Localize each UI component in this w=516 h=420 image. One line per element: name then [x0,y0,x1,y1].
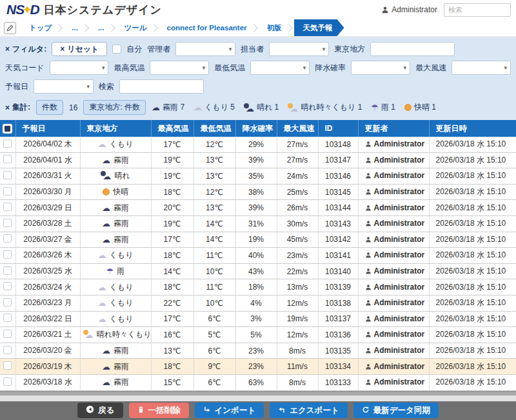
breadcrumb: トップ......ツールconnect for Pleasanter初版 天気予… [0,19,516,37]
table-row[interactable]: 2026/03/18 水☁霧雨15℃6℃63%8m/s103133Adminis… [0,374,516,390]
row-checkbox[interactable] [3,234,12,243]
self-checkbox[interactable] [112,45,121,54]
trash-button[interactable]: 一括削除 [129,403,189,418]
column-header-最高気温[interactable]: 最高気温 [151,121,194,137]
breadcrumb-item[interactable]: トップ [20,19,58,36]
table-row[interactable]: 2026/03/30 月快晴18℃12℃38%25m/s103145Admini… [0,184,516,200]
row-checkbox[interactable] [3,250,12,259]
column-header-最大風速[interactable]: 最大風速 [277,121,318,137]
row-checkbox[interactable] [3,203,12,211]
breadcrumb-active-item[interactable]: 天気予報 [294,19,344,36]
current-user[interactable]: Administrator [381,5,437,14]
filter-field-label: 最大風速 [415,63,446,74]
summary-item[interactable]: ☂雨 1 [371,102,395,113]
table-row[interactable]: 2026/03/29 日☁霧雨20℃13℃39%26m/s103144Admin… [0,200,516,216]
summary-item[interactable]: ☁晴れ 1 [244,102,279,113]
count-chip[interactable]: 件数 [36,100,63,115]
cell-weather: ☁くもり [80,137,151,153]
filter-input-東京地方[interactable] [370,42,455,56]
column-header-東京地方[interactable]: 東京地方 [80,121,151,137]
cell-max-wind: 8m/s [277,374,318,390]
table-row[interactable]: 2026/03/24 火☁くもり18℃11℃18%13m/s103139Admi… [0,279,516,295]
filter-select-予報日[interactable]: ▾ [34,79,94,94]
table-row[interactable]: 2026/03/23 月☁くもり22℃10℃4%12m/s103138Admin… [0,295,516,311]
row-checkbox[interactable] [3,330,12,338]
summary-item[interactable]: ☁霧雨 7 [152,102,184,113]
sun-behind-cloud-icon: ☁ [288,103,298,112]
row-checkbox[interactable] [3,139,12,148]
cell-rain-prob: 23% [235,343,277,359]
table-row[interactable]: 2026/03/25 水☂雨14℃10℃43%22m/s103140Admini… [0,263,516,279]
table-row[interactable]: 2026/03/26 木☁くもり18℃11℃40%23m/s103141Admi… [0,248,516,264]
table-row[interactable]: 2026/03/28 土☁霧雨19℃14℃31%30m/s103143Admin… [0,215,516,232]
cell-forecast-date: 2026/03/30 月 [15,184,80,200]
clear-filter-icon[interactable]: × [5,45,10,54]
column-header-降水確率[interactable]: 降水確率 [235,121,277,137]
column-header-更新日時[interactable]: 更新日時 [429,121,516,137]
sync-button[interactable]: 最新データ同期 [353,403,439,418]
table-row[interactable]: 2026/03/22 日☁くもり17℃6℃3%19m/s103137Admini… [0,311,516,327]
cell-id: 103141 [318,248,358,264]
summary-item[interactable]: ☁晴れ時々くもり 1 [288,102,362,113]
filter-reset-button[interactable]: ×リセット [52,42,107,56]
table-row[interactable]: 2026/03/20 金☁霧雨13℃6℃23%8m/s103135Adminis… [0,343,516,359]
back-button[interactable]: 戻る [77,403,123,418]
cell-id: 103136 [318,327,358,343]
updater-name: Administrator [374,283,425,292]
cell-updater: Administrator [358,311,429,327]
table-row[interactable]: 2026/03/27 金☁霧雨17℃14℃19%45m/s103142Admin… [0,232,516,248]
row-checkbox[interactable] [3,266,12,275]
breadcrumb-item[interactable]: 初版 [258,19,288,36]
table-row[interactable]: 2026/03/21 土☁晴れ時々くもり16℃5℃5%12m/s103136Ad… [0,327,516,343]
import-button[interactable]: インポート [195,403,264,418]
column-header-ID[interactable]: ID [318,121,358,137]
row-checkbox[interactable] [3,298,12,306]
filter-select-管理者[interactable]: ▾ [175,42,235,56]
row-checkbox[interactable] [3,155,12,163]
select-all-checkbox[interactable] [3,124,12,134]
table-row[interactable]: 2026/04/01 水☁霧雨19℃13℃39%27m/s103147Admin… [0,152,516,168]
filter-select-降水確率[interactable]: ▾ [351,61,410,75]
export-button[interactable]: エクスポート [270,403,347,418]
row-checkbox[interactable] [3,171,12,179]
clear-summary-icon[interactable]: × [5,103,10,112]
cell-low-temp: 10℃ [194,263,235,279]
cell-forecast-date: 2026/03/31 火 [15,168,80,185]
weather-label: 快晴 [113,186,128,197]
updater-name: Administrator [374,139,425,148]
horizontal-scrollbar[interactable] [0,391,516,395]
row-checkbox[interactable] [3,361,12,370]
cell-rain-prob: 40% [235,248,277,264]
global-search-input[interactable] [444,3,511,17]
edit-pencil-button[interactable] [4,22,16,34]
row-checkbox[interactable] [3,314,12,322]
cell-weather: ☁くもり [80,311,151,327]
column-header-最低気温[interactable]: 最低気温 [194,121,235,137]
cell-low-temp: 13℃ [194,200,235,216]
cell-id: 103147 [318,152,358,168]
filter-select-天気コード[interactable]: ▾ [50,61,109,75]
table-row[interactable]: 2026/03/19 木☁霧雨18℃9℃23%11m/s103134Admini… [0,359,516,375]
filter-select-最低気温[interactable]: ▾ [250,61,310,75]
row-checkbox[interactable] [3,219,12,227]
row-checkbox[interactable] [3,187,12,195]
table-row[interactable]: 2026/04/02 木☁くもり17℃12℃29%27m/s103148Admi… [0,137,516,153]
row-checkbox[interactable] [3,346,12,354]
summary-item[interactable]: ☁くもり 5 [194,102,235,113]
breadcrumb-item[interactable]: ツール [115,19,154,36]
table-row[interactable]: 2026/03/31 火☁晴れ19℃13℃35%24m/s103146Admin… [0,168,516,185]
region-count-chip[interactable]: 東京地方: 件数 [83,100,146,115]
summary-item[interactable]: 快晴 1 [404,102,436,113]
weather-value: ☁霧雨 [102,203,129,214]
cell-updated-datetime: 2026/03/18 水 15:10 [429,327,516,343]
breadcrumb-item[interactable]: connect for Pleasanter [158,19,253,36]
filter-input-検索[interactable] [119,79,204,94]
column-header-予報日[interactable]: 予報日 [15,121,80,137]
column-header-更新者[interactable]: 更新者 [358,121,429,137]
filter-select-最大風速[interactable]: ▾ [452,61,511,75]
row-checkbox[interactable] [3,377,12,386]
filter-select-担当者[interactable]: ▾ [269,42,329,56]
filter-select-最高気温[interactable]: ▾ [150,61,209,75]
person-icon [365,205,372,211]
row-checkbox[interactable] [3,282,12,290]
